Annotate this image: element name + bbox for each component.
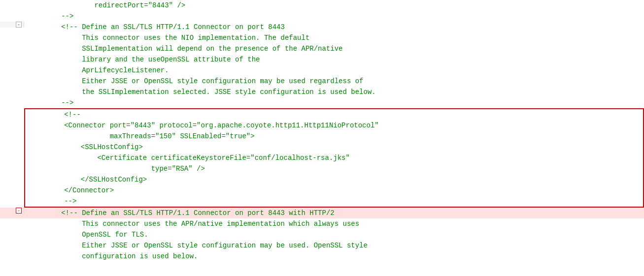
fold-icon-20[interactable]: -	[16, 208, 22, 214]
line-content-12: <Connector port="8443" protocol="org.apa…	[27, 120, 643, 131]
line-content-15: <Certificate certificateKeystoreFile="co…	[27, 153, 643, 163]
code-line-13: maxThreads="150" SSLEnabled="true">	[25, 131, 643, 142]
code-line-8: Either JSSE or OpenSSL style configurati…	[0, 76, 644, 87]
code-line-19: -->	[25, 196, 643, 207]
code-line-16: type="RSA" />	[25, 163, 643, 174]
line-content-2: -->	[24, 11, 644, 22]
line-content-4: This connector uses the NIO implementati…	[24, 32, 644, 43]
gutter-20: -	[0, 208, 24, 214]
line-content-8: Either JSSE or OpenSSL style configurati…	[24, 76, 644, 87]
code-line-9: the SSLImplementation selected. JSSE sty…	[0, 87, 644, 97]
code-line-6: library and the useOpenSSL attribute of …	[0, 54, 644, 65]
code-line-21: This connector uses the APR/native imple…	[0, 218, 644, 229]
code-line-1: redirectPort="8443" />	[0, 0, 644, 11]
code-line-7: AprLifecycleListener.	[0, 65, 644, 76]
line-content-23: Either JSSE or OpenSSL style configurati…	[24, 240, 644, 251]
line-content-20: <!-- Define an SSL/TLS HTTP/1.1 Connecto…	[24, 208, 644, 218]
line-content-17: </SSLHostConfig>	[27, 174, 643, 185]
line-content-22: OpenSSL for TLS.	[24, 229, 644, 240]
code-line-22: OpenSSL for TLS.	[0, 229, 644, 240]
code-line-11: <!--	[25, 109, 643, 120]
highlighted-block: <!-- <Connector port="8443" protocol="or…	[24, 108, 644, 208]
code-line-10: -->	[0, 97, 644, 108]
code-editor: redirectPort="8443" /> --> - <!-- Define…	[0, 0, 644, 276]
code-line-24: configuration is used below.	[0, 251, 644, 262]
line-content-10: -->	[24, 97, 644, 108]
code-line-12: <Connector port="8443" protocol="org.apa…	[25, 120, 643, 131]
line-content-13: maxThreads="150" SSLEnabled="true">	[27, 131, 643, 142]
line-content-6: library and the useOpenSSL attribute of …	[24, 54, 644, 65]
code-line-23: Either JSSE or OpenSSL style configurati…	[0, 240, 644, 251]
code-line-14: <SSLHostConfig>	[25, 142, 643, 153]
code-line-20: - <!-- Define an SSL/TLS HTTP/1.1 Connec…	[0, 208, 644, 218]
line-content-7: AprLifecycleListener.	[24, 65, 644, 76]
code-line-15: <Certificate certificateKeystoreFile="co…	[25, 153, 643, 163]
code-line-3: - <!-- Define an SSL/TLS HTTP/1.1 Connec…	[0, 22, 644, 32]
line-content-11: <!--	[27, 109, 643, 120]
code-line-17: </SSLHostConfig>	[25, 174, 643, 185]
line-content-18: </Connector>	[27, 185, 643, 196]
line-content-1: redirectPort="8443" />	[24, 0, 644, 11]
line-content-5: SSLImplementation will depend on the pre…	[24, 43, 644, 54]
line-content-21: This connector uses the APR/native imple…	[24, 218, 644, 229]
line-content-16: type="RSA" />	[27, 163, 643, 174]
code-line-5: SSLImplementation will depend on the pre…	[0, 43, 644, 54]
line-content-14: <SSLHostConfig>	[27, 142, 643, 153]
line-content-3: <!-- Define an SSL/TLS HTTP/1.1 Connecto…	[24, 22, 644, 32]
code-line-18: </Connector>	[25, 185, 643, 196]
code-line-2: -->	[0, 11, 644, 22]
gutter-3: -	[0, 22, 24, 28]
fold-icon-3[interactable]: -	[16, 22, 22, 28]
line-content-24: configuration is used below.	[24, 251, 644, 262]
line-content-19: -->	[27, 196, 643, 207]
line-content-9: the SSLImplementation selected. JSSE sty…	[24, 87, 644, 97]
code-line-4: This connector uses the NIO implementati…	[0, 32, 644, 43]
